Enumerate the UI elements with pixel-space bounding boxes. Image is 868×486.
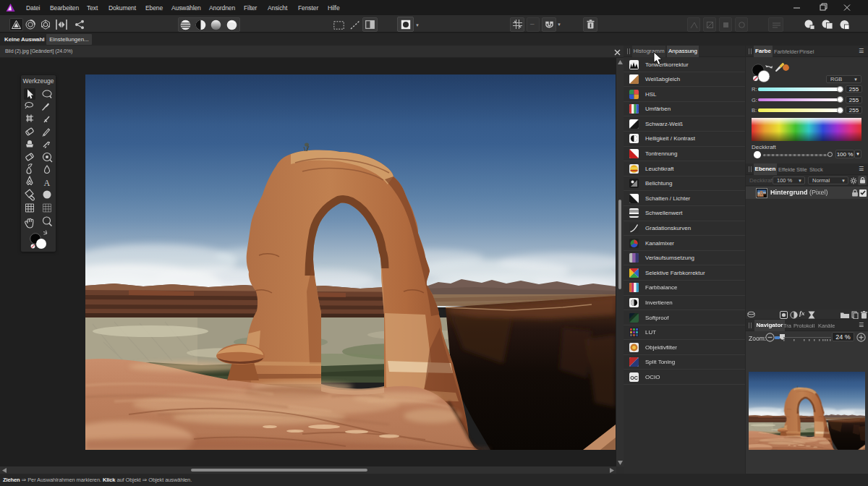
svg-text:OC: OC — [630, 375, 638, 380]
svg-text:A: A — [44, 178, 51, 188]
